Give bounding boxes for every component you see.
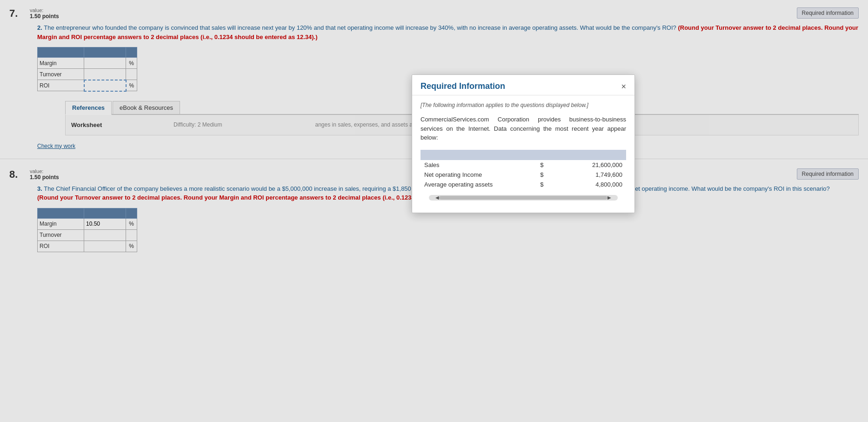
scrollbar-track[interactable] — [439, 196, 608, 200]
assets-currency: $ — [534, 180, 550, 189]
modal-data-row-sales: Sales $ 21,600,000 — [421, 160, 626, 170]
modal-overlay[interactable]: Required Information × [The following in… — [0, 0, 868, 267]
modal-description: CommercialServices.com Corporation provi… — [421, 115, 626, 142]
sales-label: Sales — [421, 160, 534, 170]
modal-scrollbar[interactable]: ◀ ▶ — [429, 195, 618, 201]
noi-value: 1,749,600 — [550, 170, 626, 180]
noi-currency: $ — [534, 170, 550, 180]
required-info-modal: Required Information × [The following in… — [412, 74, 635, 213]
modal-data-table: Sales $ 21,600,000 Net operating Income … — [421, 150, 626, 189]
modal-close-button[interactable]: × — [621, 82, 626, 91]
scroll-left-arrow[interactable]: ◀ — [435, 195, 439, 200]
modal-data-row-noi: Net operating Income $ 1,749,600 — [421, 170, 626, 180]
modal-subtitle: [The following information applies to th… — [421, 102, 626, 108]
modal-body: [The following information applies to th… — [412, 95, 634, 213]
modal-title: Required Information — [421, 81, 505, 91]
modal-table-header — [421, 150, 626, 160]
modal-data-row-assets: Average operating assets $ 4,800,000 — [421, 180, 626, 189]
sales-currency: $ — [534, 160, 550, 170]
sales-value: 21,600,000 — [550, 160, 626, 170]
assets-value: 4,800,000 — [550, 180, 626, 189]
noi-label: Net operating Income — [421, 170, 534, 180]
scroll-right-arrow[interactable]: ▶ — [608, 195, 611, 200]
assets-label: Average operating assets — [421, 180, 534, 189]
modal-header: Required Information × — [412, 75, 634, 95]
